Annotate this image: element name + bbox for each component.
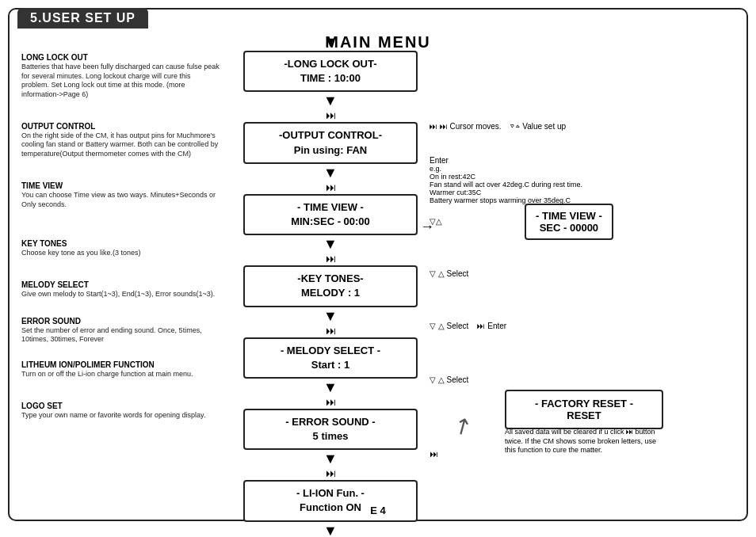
output-eg: e.g. On in rest:42C Fan stand will act o… bbox=[430, 165, 667, 204]
section-header: 5.USER SET UP bbox=[17, 8, 148, 29]
desc-lithium-ion: LITHEUM ION/POLIMER FUNCTION Turn on or … bbox=[21, 360, 220, 379]
key-tones-ann: ▽ △ Select bbox=[430, 269, 468, 278]
desc-error-sound: ERROR SOUND Set the number of error and … bbox=[21, 317, 220, 345]
arrow-down-4: ▼ bbox=[243, 309, 418, 323]
enter-2: ⏭ bbox=[243, 181, 418, 193]
long-lock-out-box: -LONG LOCK OUT- TIME : 10:00 bbox=[243, 51, 418, 92]
enter-5: ⏭ bbox=[243, 396, 418, 408]
error-sound-box: - ERROR SOUND - 5 times bbox=[243, 409, 418, 450]
factory-reset-box: - FACTORY RESET - RESET bbox=[505, 390, 663, 429]
descriptions-column: LONG LOCK OUT Batteries that have been f… bbox=[21, 53, 220, 426]
cursor-moves-label: ⏭ ⏭ Cursor moves. ▽ △ Value set up bbox=[430, 122, 566, 131]
outer-border: 5.USER SET UP MAIN MENU ⏮ +2seconds LONG… bbox=[8, 8, 748, 521]
arrow-down-3: ▼ bbox=[243, 237, 418, 251]
enter-1: ⏭ bbox=[243, 109, 418, 121]
li-ion-box: - LI-ION Fun. - Function ON bbox=[243, 480, 418, 521]
center-menu-column: ▼ -LONG LOCK OUT- TIME : 10:00 ▼ ⏭ -OUTP… bbox=[243, 33, 418, 537]
arrow-down-6: ▼ bbox=[243, 451, 418, 466]
desc-melody-select: MELODY SELECT Give own melody to Start(1… bbox=[21, 280, 220, 299]
desc-output-control: OUTPUT CONTROL On the right side of the … bbox=[21, 122, 220, 159]
time-view-box-main: - TIME VIEW - MIN:SEC - 00:00 bbox=[243, 194, 418, 235]
li-ion-enter-icon: ⏭ bbox=[430, 449, 438, 459]
arrow-down-5: ▼ bbox=[243, 380, 418, 394]
melody-select-ann: ▽ △ Select ⏭ Enter bbox=[430, 322, 506, 330]
desc-time-view: TIME VIEW You can choose Time view as tw… bbox=[21, 181, 220, 209]
output-control-box: -OUTPUT CONTROL- Pin using: FAN bbox=[243, 122, 418, 163]
page-number: E 4 bbox=[370, 505, 386, 516]
enter-icon: ⏭ bbox=[430, 122, 437, 131]
desc-logo-set: LOGO SET Type your own name or favorite … bbox=[21, 402, 220, 421]
diagonal-arrow: ↗ bbox=[448, 410, 476, 442]
output-enter-label: Enter bbox=[430, 156, 449, 165]
arrow-down-0: ▼ bbox=[243, 35, 418, 49]
time-view-nav: ▽△ bbox=[430, 217, 442, 226]
melody-select-box: - MELODY SELECT - Start : 1 bbox=[243, 337, 418, 379]
key-tones-box: -KEY TONES- MELODY : 1 bbox=[243, 265, 418, 307]
desc-key-tones: KEY TONES Choose key tone as you like.(3… bbox=[21, 239, 220, 258]
enter-3: ⏭ bbox=[243, 253, 418, 265]
error-sound-ann: ▽ △ Select bbox=[430, 375, 468, 384]
time-view-alt-box: - TIME VIEW - SEC - 00000 bbox=[525, 204, 613, 240]
desc-long-lock-out: LONG LOCK OUT Batteries that have been f… bbox=[21, 53, 220, 100]
factory-reset-desc: All saved data will be cleared if u clic… bbox=[505, 428, 663, 455]
enter-icon-2: Enter bbox=[430, 156, 449, 165]
enter-4: ⏭ bbox=[243, 325, 418, 337]
arrow-down-2: ▼ bbox=[243, 166, 418, 180]
arrow-down-1: ▼ bbox=[243, 93, 418, 108]
enter-6: ⏭ bbox=[243, 467, 418, 479]
arrow-down-7: ▼ bbox=[243, 524, 418, 537]
